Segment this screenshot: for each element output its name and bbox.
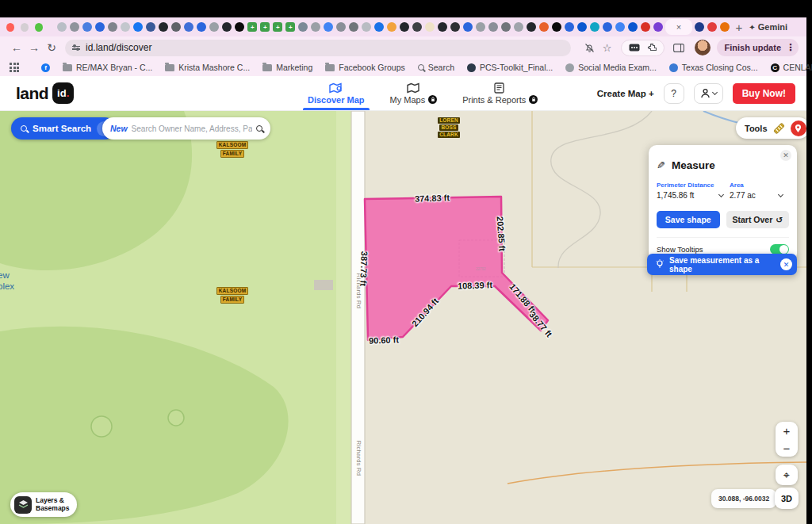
tab-favicon[interactable] [488,22,498,32]
tab-favicon[interactable] [121,22,130,32]
owner-label-kalsoom[interactable]: KALSOOMFAMILY [219,287,246,304]
tab-favicon[interactable] [552,22,561,32]
extensions-puzzle-icon[interactable] [647,43,657,52]
tab-favicon[interactable] [539,22,549,32]
tab-favicon[interactable]: + [260,22,270,32]
url-bar[interactable]: id.land/discover [65,40,571,56]
bookmark-item[interactable]: Search [418,63,454,72]
tab-favicon[interactable] [590,22,599,32]
create-map-button[interactable]: Create Map + [597,89,654,98]
layers-basemaps-button[interactable]: Layers &Basemaps [10,492,77,517]
bookmark-item[interactable]: Marketing [262,63,312,72]
parcel-pin-icon[interactable] [791,120,806,136]
tab-favicon[interactable] [336,22,346,32]
tab-favicon[interactable] [720,22,730,32]
area-select[interactable]: Area 2.77 ac [730,182,789,200]
browser-menu-icon[interactable]: ⋮ [786,42,795,53]
tab-favicon[interactable] [695,22,704,32]
gemini-button[interactable]: ✦Gemini [749,22,787,32]
tab-favicon[interactable] [400,22,409,32]
tab-favicon[interactable] [349,22,358,32]
reload-button[interactable]: ↻ [43,41,60,54]
tab-favicon[interactable] [133,22,143,32]
bookmark-item[interactable]: Krista Mashore C... [165,63,250,72]
bookmark-item[interactable]: f [41,63,50,72]
bookmark-item[interactable]: Facebook Groups [325,63,404,72]
apps-grid-icon[interactable] [10,63,19,72]
bookmark-item[interactable]: Texas Closing Cos... [669,63,758,72]
tab-favicon[interactable]: + [273,22,282,32]
zoom-window-button[interactable] [35,23,43,32]
tab-favicon[interactable] [324,22,333,32]
tab-favicon[interactable] [146,22,155,32]
tab-favicon[interactable] [57,22,67,32]
zoom-out-button[interactable]: − [776,439,798,457]
finish-update-button[interactable]: Finish update ⋮ [717,39,799,56]
measure-ruler-icon[interactable] [773,122,785,134]
owner-label-kalsoom[interactable]: KALSOOMFAMILY [219,141,246,158]
start-over-button[interactable]: Start Over↺ [726,211,790,228]
tab-favicon[interactable] [577,22,587,32]
tab-favicon[interactable] [615,22,625,32]
bookmark-item[interactable]: RE/MAX Bryan - C... [63,63,152,72]
tab-favicon[interactable] [438,22,447,32]
smart-search-button[interactable]: Smart Search › [11,117,116,140]
active-tab[interactable]: × [665,19,691,35]
landid-logo[interactable]: land id. [16,82,74,104]
back-button[interactable]: ← [8,41,25,54]
tab-favicon[interactable] [209,22,219,32]
tab-favicon[interactable] [425,22,435,32]
search-icon[interactable] [256,125,262,132]
owner-label-loren-boss-clark[interactable]: LORENBOSSCLARK [435,117,462,138]
three-d-button[interactable]: 3D [775,488,799,509]
minimize-window-button[interactable] [21,23,29,32]
tab-favicon[interactable] [235,22,244,32]
forward-button[interactable]: → [25,41,43,54]
tab-favicon[interactable] [298,22,308,32]
bookmark-item[interactable]: Social Media Exam... [565,63,657,72]
tab-favicon[interactable] [501,22,511,32]
close-icon[interactable]: ✕ [780,150,791,161]
tab-discover-map[interactable]: Discover Map [308,76,365,110]
bookmark-item[interactable]: CCENLAR FSB [771,63,812,72]
tab-favicon[interactable] [70,22,79,32]
side-panel-icon[interactable] [673,44,684,52]
locate-me-button[interactable]: ⌖ [776,465,798,485]
search-box[interactable]: New [102,117,270,140]
tab-favicon[interactable] [707,22,717,32]
tab-favicon[interactable] [159,22,168,32]
tab-favicon[interactable] [362,22,371,32]
tab-favicon[interactable] [463,22,473,32]
buy-now-button[interactable]: Buy Now! [733,83,795,104]
tab-favicon[interactable] [603,22,612,32]
tab-favicon[interactable] [476,22,485,32]
map-canvas[interactable]: ewplex 22792 KALSOOMFAMILY KALSOOMFAMILY… [0,111,806,524]
tab-favicon[interactable] [641,22,650,32]
tab-favicon[interactable] [565,22,574,32]
tab-favicon[interactable] [527,22,536,32]
tab-favicon[interactable] [82,22,92,32]
tab-favicon[interactable] [412,22,422,32]
perimeter-select[interactable]: Perimeter Distance 1,745.86 ft [657,182,730,200]
tab-favicon[interactable] [374,22,384,32]
tab-favicon[interactable]: + [285,22,295,32]
tab-favicon[interactable] [311,22,320,32]
close-window-button[interactable] [6,23,14,32]
tab-favicon[interactable] [514,22,523,32]
url-text[interactable]: id.land/discover [86,42,151,53]
tab-favicon[interactable] [197,22,206,32]
close-icon[interactable]: ✕ [780,258,792,270]
profile-avatar[interactable] [695,40,710,55]
tab-favicon[interactable] [184,22,193,32]
notifications-blocked-icon[interactable] [584,43,595,53]
tab-favicon[interactable] [222,22,232,32]
search-input[interactable] [132,124,252,133]
close-tab-icon[interactable]: × [676,22,681,32]
zoom-in-button[interactable]: + [776,422,798,439]
tab-favicon[interactable]: + [247,22,257,32]
help-button[interactable]: ? [664,83,684,104]
tab-favicon[interactable] [628,22,638,32]
account-button[interactable] [694,83,723,104]
tab-favicon[interactable] [108,22,117,32]
tab-prints-reports[interactable]: Prints & Reports [462,76,538,110]
